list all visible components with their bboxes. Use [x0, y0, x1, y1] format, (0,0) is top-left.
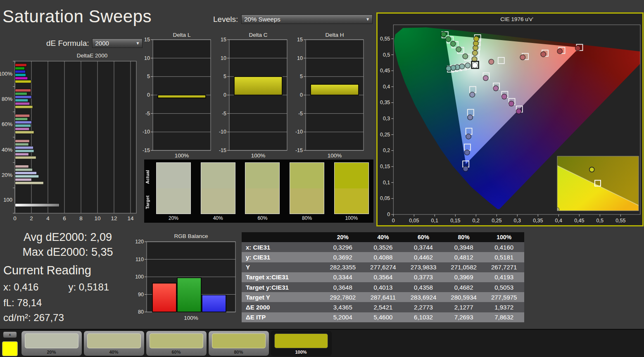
svg-text:5: 5 — [147, 74, 150, 79]
reading-y: y: 0,5181 — [68, 281, 109, 293]
table-value: 2,5421 — [363, 302, 404, 312]
pattern-toolbar: ▲ 20% 40% 60% 80% 100% ▲ ■ ▶ [·] ∞ — [0, 329, 644, 357]
measured-red — [541, 52, 546, 57]
measured-cyan — [451, 65, 456, 71]
table-value: 273,9833 — [403, 262, 444, 272]
svg-text:0,1: 0,1 — [383, 180, 390, 186]
actual-swatch — [157, 163, 190, 188]
measured-blue — [466, 134, 471, 139]
pattern-tile-100%[interactable]: 100% — [271, 331, 332, 356]
table-value: 267,7271 — [484, 262, 524, 272]
pattern-tile-label: 80% — [234, 350, 243, 355]
measured-green — [446, 36, 451, 42]
reading-cdm2: cd/m²: 267,73 — [3, 312, 109, 324]
svg-text:-15: -15 — [219, 148, 226, 153]
app-root: Saturation Sweeps dE Formula: 2000 ▼ Lev… — [0, 0, 644, 357]
pattern-tile-label: 100% — [295, 350, 307, 355]
svg-text:0,55: 0,55 — [615, 218, 625, 224]
pattern-swatch — [87, 333, 141, 348]
pattern-swatch — [274, 333, 328, 348]
table-corner — [242, 232, 323, 242]
measured-magenta — [493, 86, 499, 91]
accent-color-swatch[interactable] — [2, 341, 18, 356]
svg-text:110: 110 — [135, 257, 144, 262]
row-label: Y — [242, 262, 323, 272]
svg-text:100%: 100% — [0, 71, 12, 77]
row-label: Target y:CIE31 — [242, 282, 323, 292]
svg-text:10: 10 — [221, 55, 226, 61]
measured-green — [456, 47, 461, 52]
table-value: 0,4013 — [363, 282, 404, 292]
svg-text:4: 4 — [46, 215, 50, 221]
svg-text:100%: 100% — [175, 152, 189, 159]
svg-text:80%: 80% — [2, 96, 12, 102]
de-formula-value: 2000 — [95, 40, 109, 47]
table-value: 0,3744 — [403, 242, 444, 252]
svg-text:10: 10 — [297, 55, 303, 61]
svg-text:-5: -5 — [298, 111, 303, 117]
svg-text:10: 10 — [94, 215, 100, 221]
table-value: 2,2773 — [403, 302, 444, 312]
svg-text:2: 2 — [30, 215, 33, 221]
svg-text:0,35: 0,35 — [533, 218, 543, 224]
svg-text:CIE 1976 u'v': CIE 1976 u'v' — [500, 16, 533, 22]
actual-swatch — [290, 163, 324, 188]
table-value: 282,3355 — [323, 262, 363, 272]
svg-text:0,5: 0,5 — [596, 218, 604, 224]
svg-text:0,2: 0,2 — [473, 218, 480, 224]
svg-text:12: 12 — [111, 215, 117, 221]
actual-target-swatch — [201, 162, 235, 214]
table-value: 292,7802 — [323, 292, 363, 302]
table-value: 0,5181 — [484, 252, 524, 262]
levels-control: Levels: 20% Sweeps ▼ — [213, 14, 373, 24]
table-value: 0,3526 — [363, 242, 404, 252]
table-value: 277,5975 — [484, 292, 524, 302]
svg-text:80: 80 — [138, 309, 144, 315]
svg-text:100: 100 — [3, 197, 12, 203]
pattern-swatch — [25, 333, 78, 348]
actual-target-swatch-panel: ActualTarget 20% 40% 60% 80% 100% — [144, 159, 373, 223]
levels-dropdown[interactable]: 20% Sweeps ▼ — [241, 14, 373, 24]
svg-text:Delta C: Delta C — [249, 32, 267, 38]
swatch-row-label-actual: Actual — [145, 165, 151, 188]
rgb-balance-chart: 8090100110120RGB Balance100% — [130, 233, 242, 324]
measured-magenta — [509, 101, 514, 106]
column-header: 100% — [484, 232, 524, 242]
row-label: y: CIE31 — [242, 252, 323, 262]
svg-text:0,05: 0,05 — [380, 195, 390, 201]
pattern-tile-40%[interactable]: 40% — [83, 331, 145, 356]
svg-text:120: 120 — [135, 239, 144, 245]
delta-c-chart: 151050-5-10-15Delta C100% — [218, 32, 291, 159]
swatch-label: 100% — [334, 215, 369, 221]
column-header: 20% — [323, 232, 363, 242]
table-value: 283,6924 — [403, 292, 444, 302]
delta-l-chart: 151050-5-10-15Delta L100% — [141, 32, 215, 159]
actual-swatch — [201, 163, 235, 188]
de-formula-control: dE Formula: 2000 ▼ — [46, 38, 143, 48]
pattern-tile-20%[interactable]: 20% — [21, 331, 82, 356]
actual-target-swatch — [245, 162, 280, 214]
table-value: 0,3773 — [403, 272, 444, 282]
svg-text:RGB Balance: RGB Balance — [174, 233, 208, 239]
svg-text:Delta L: Delta L — [173, 32, 191, 38]
scroll-up-button[interactable]: ▲ — [3, 331, 17, 338]
svg-text:0,2: 0,2 — [383, 148, 390, 153]
svg-text:-5: -5 — [222, 111, 226, 117]
svg-text:14: 14 — [127, 215, 134, 221]
pattern-tile-80%[interactable]: 80% — [208, 331, 269, 356]
pattern-tile-60%[interactable]: 60% — [146, 331, 207, 356]
page-title: Saturation Sweeps — [2, 7, 152, 26]
swatch-label: 40% — [201, 215, 235, 221]
delta-h-chart: 151050-5-10-15Delta H100% — [294, 32, 368, 159]
swatch-column-100%: 100% — [334, 162, 369, 221]
table-value: 0,3648 — [323, 282, 363, 292]
svg-text:0,5: 0,5 — [383, 52, 390, 58]
table-value: 0,4462 — [403, 252, 444, 262]
svg-text:-5: -5 — [145, 111, 150, 117]
chevron-down-icon: ▼ — [136, 41, 140, 45]
measured-magenta — [516, 109, 522, 114]
target-swatch — [245, 188, 279, 214]
svg-text:10: 10 — [144, 55, 150, 61]
de-formula-dropdown[interactable]: 2000 ▼ — [92, 38, 143, 48]
measured-magenta — [501, 94, 507, 99]
